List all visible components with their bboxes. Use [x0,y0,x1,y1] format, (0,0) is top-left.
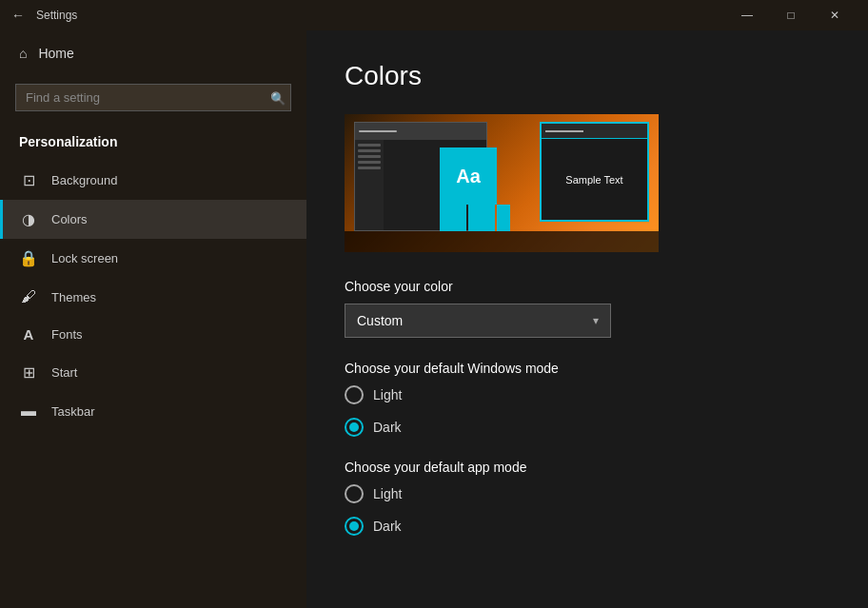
home-icon: ⌂ [19,46,27,61]
sample-text-label: Sample Text [565,174,622,186]
color-dropdown-value: Custom [357,313,403,328]
windows-mode-light-label: Light [373,387,402,402]
app-mode-light-label: Light [373,486,402,501]
preview-sample-window: Sample Text [540,122,649,222]
background-icon: ⊡ [19,171,38,189]
color-dropdown[interactable]: Custom ▾ [345,304,611,338]
sidebar-section-title: Personalization [0,127,306,161]
preview-sample-title-line [545,130,583,132]
chevron-down-icon: ▾ [593,314,599,327]
choose-color-label: Choose your color [345,279,830,294]
radio-inner-windows-dark [349,422,359,432]
sidebar-item-colors-label: Colors [51,212,88,226]
windows-mode-dark[interactable]: Dark [345,418,830,437]
app-mode-dark-label: Dark [373,519,402,534]
sidebar-item-themes[interactable]: 🖌 Themes [0,278,306,316]
app-mode-light[interactable]: Light [345,484,830,503]
preview-small-tiles [440,205,510,231]
radio-outer-app-light[interactable] [345,484,364,503]
search-icon[interactable]: 🔍 [270,90,286,105]
taskbar-icon: ▬ [19,402,38,420]
maximize-button[interactable]: □ [769,0,813,30]
sidebar-item-start-label: Start [51,365,77,380]
sidebar-item-taskbar[interactable]: ▬ Taskbar [0,392,306,430]
sidebar-item-lock-screen-label: Lock screen [51,251,118,265]
choose-color-section: Choose your color Custom ▾ [345,279,830,338]
content-area: Colors [306,30,868,608]
sidebar-line [358,144,381,147]
sidebar-item-background[interactable]: ⊡ Background [0,161,306,200]
window-controls: — □ ✕ [725,0,857,30]
sidebar-item-themes-label: Themes [51,290,96,304]
windows-mode-label: Choose your default Windows mode [345,361,830,376]
sidebar-item-start[interactable]: ⊞ Start [0,353,306,392]
preview-small-tile-1 [440,205,466,231]
page-title: Colors [345,61,830,91]
preview-area: Aa Sample Text [345,114,659,252]
sidebar-item-background-label: Background [51,173,117,187]
sidebar-home-label: Home [38,46,73,61]
fonts-icon: A [19,326,38,343]
window-title: Settings [36,9,725,22]
windows-mode-dark-label: Dark [373,420,402,435]
radio-outer-windows-light[interactable] [345,385,364,404]
start-icon: ⊞ [19,363,38,382]
app-mode-label: Choose your default app mode [345,460,830,475]
preview-sample-titlebar [542,124,647,139]
sidebar-item-taskbar-label: Taskbar [51,404,95,419]
close-button[interactable]: ✕ [813,0,857,30]
minimize-button[interactable]: — [725,0,769,30]
back-button[interactable]: ← [11,8,25,23]
preview-sample-body: Sample Text [542,139,647,220]
colors-icon: ◑ [19,210,38,228]
sidebar-line [358,161,381,164]
preview-taskbar [345,231,659,252]
sidebar-home[interactable]: ⌂ Home [0,30,306,76]
windows-mode-light[interactable]: Light [345,385,830,404]
radio-outer-app-dark[interactable] [345,517,364,536]
app-mode-dark[interactable]: Dark [345,517,830,536]
preview-small-tile-2 [468,205,495,231]
sidebar-item-colors[interactable]: ◑ Colors [0,200,306,239]
sidebar-line [358,167,381,169]
sidebar-item-fonts-label: Fonts [51,327,83,342]
sidebar-search-container: 🔍 [15,84,291,111]
preview-aa-tile: Aa [440,147,497,205]
sidebar-item-lock-screen[interactable]: 🔒 Lock screen [0,239,306,278]
main-layout: ⌂ Home 🔍 Personalization ⊡ Background ◑ … [0,30,868,608]
preview-small-tile-3 [497,205,510,231]
sidebar: ⌂ Home 🔍 Personalization ⊡ Background ◑ … [0,30,306,608]
sidebar-line [358,155,381,158]
sidebar-line [358,149,381,152]
search-input[interactable] [15,84,291,111]
radio-outer-windows-dark[interactable] [345,418,364,437]
windows-mode-radio-group: Light Dark [345,385,830,437]
preview-explorer-titlebar [355,123,486,140]
sidebar-item-fonts[interactable]: A Fonts [0,316,306,353]
titlebar: ← Settings — □ ✕ [0,0,868,30]
radio-inner-app-dark [349,521,359,531]
windows-mode-section: Choose your default Windows mode Light D… [345,361,830,437]
lock-icon: 🔒 [19,249,38,267]
app-mode-radio-group: Light Dark [345,484,830,536]
app-mode-section: Choose your default app mode Light Dark [345,460,830,536]
preview-explorer-sidebar [355,140,384,230]
themes-icon: 🖌 [19,288,38,305]
